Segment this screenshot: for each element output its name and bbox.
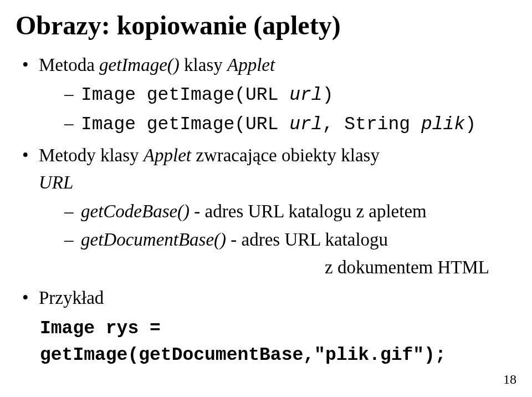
text: klasy (180, 55, 227, 75)
subitem-getdocumentbase: getDocumentBase() - adres URL katalogu z… (64, 226, 516, 281)
code-line-1: Image rys = (40, 315, 516, 342)
signature-1: Image getImage(URL url) (64, 80, 516, 109)
method-name: getImage() (99, 55, 180, 75)
class-name: Applet (144, 145, 191, 165)
sig-param: url (289, 114, 322, 135)
slide-page: Obrazy: kopiowanie (aplety) Metoda getIm… (0, 0, 532, 397)
sig-part: ) (465, 114, 476, 135)
code-line-2: getImage(getDocumentBase,"plik.gif"); (40, 342, 516, 369)
text: zwracające obiekty klasy (191, 145, 380, 165)
page-number: 18 (503, 372, 516, 387)
method-name: getDocumentBase() (81, 230, 226, 250)
sig-part: , String (323, 114, 421, 135)
top-list: Metoda getImage() klasy Applet Image get… (20, 52, 516, 312)
sig-param: plik (421, 114, 465, 135)
sig-part: Image getImage(URL (81, 85, 289, 105)
text: Metody klasy (39, 145, 144, 165)
url-methods-list: getCodeBase() - adres URL katalogu z apl… (64, 198, 516, 282)
class-name: URL (39, 172, 73, 192)
sig-part: Image getImage(URL (81, 114, 289, 135)
bullet-example: Przykład (20, 284, 516, 312)
page-title: Obrazy: kopiowanie (aplety) (16, 10, 516, 40)
text: - adres URL katalogu (226, 230, 388, 250)
method-name: getCodeBase() (81, 201, 190, 221)
signature-2: Image getImage(URL url, String plik) (64, 110, 516, 139)
continuation-line: z dokumentem HTML (325, 254, 516, 282)
subitem-getcodebase: getCodeBase() - adres URL katalogu z apl… (64, 198, 516, 226)
sig-part: ) (323, 85, 334, 105)
bullet-url-methods: Metody klasy Applet zwracające obiekty k… (20, 142, 516, 282)
sig-param: url (289, 85, 322, 105)
signatures-list: Image getImage(URL url) Image getImage(U… (64, 80, 516, 139)
example-label: Przykład (39, 288, 104, 308)
example-code-block: Image rys = getImage(getDocumentBase,"pl… (40, 315, 516, 369)
text: - adres URL katalogu z apletem (190, 201, 427, 221)
bullet-getimage: Metoda getImage() klasy Applet Image get… (20, 52, 516, 139)
class-name: Applet (227, 55, 275, 75)
text: Metoda (39, 55, 99, 75)
